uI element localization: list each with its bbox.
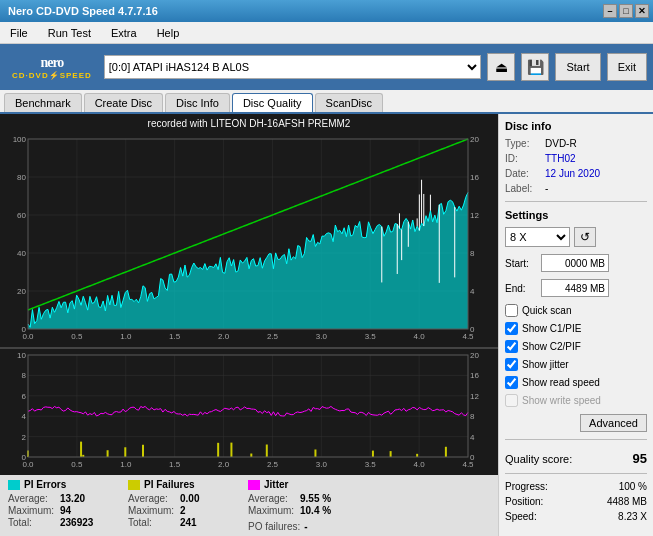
show-c2-checkbox[interactable] (505, 340, 518, 353)
app-title: Nero CD-DVD Speed 4.7.7.16 (8, 5, 158, 17)
show-c2-row: Show C2/PIF (505, 340, 647, 353)
pi-errors-color-box (8, 480, 20, 490)
speed-val: 8.23 X (618, 511, 647, 522)
menu-extra[interactable]: Extra (105, 25, 143, 41)
pi-failures-total-val: 241 (180, 517, 197, 528)
disc-id-key: ID: (505, 153, 541, 164)
window-controls: – □ ✕ (603, 4, 649, 18)
disc-label-key: Label: (505, 183, 541, 194)
quality-score-value: 95 (633, 451, 647, 466)
pi-failures-stats: PI Failures Average: 0.00 Maximum: 2 Tot… (128, 479, 228, 532)
pi-failures-max-val: 2 (180, 505, 186, 516)
menu-run-test[interactable]: Run Test (42, 25, 97, 41)
show-write-speed-checkbox (505, 394, 518, 407)
pi-errors-avg-key: Average: (8, 493, 56, 504)
quick-scan-label: Quick scan (522, 305, 571, 316)
menu-help[interactable]: Help (151, 25, 186, 41)
exit-button[interactable]: Exit (607, 53, 647, 81)
tab-scan-disc[interactable]: ScanDisc (315, 93, 383, 112)
show-read-speed-checkbox[interactable] (505, 376, 518, 389)
show-c1-label: Show C1/PIE (522, 323, 581, 334)
disc-type-row: Type: DVD-R (505, 138, 647, 149)
eject-icon-btn[interactable]: ⏏ (487, 53, 515, 81)
pi-errors-avg-val: 13.20 (60, 493, 85, 504)
progress-row: Progress: 100 % (505, 481, 647, 492)
advanced-button[interactable]: Advanced (580, 414, 647, 432)
tab-disc-info[interactable]: Disc Info (165, 93, 230, 112)
speed-key: Speed: (505, 511, 537, 522)
quick-scan-row: Quick scan (505, 304, 647, 317)
show-write-speed-label: Show write speed (522, 395, 601, 406)
pi-failures-color-box (128, 480, 140, 490)
toolbar: nero CD·DVD⚡SPEED [0:0] ATAPI iHAS124 B … (0, 44, 653, 90)
pi-errors-label: PI Errors (24, 479, 66, 490)
end-input[interactable] (541, 279, 609, 297)
show-jitter-label: Show jitter (522, 359, 569, 370)
pi-errors-max-val: 94 (60, 505, 71, 516)
quality-score-row: Quality score: 95 (505, 451, 647, 466)
logo-text: nero (40, 55, 63, 71)
end-label: End: (505, 283, 537, 294)
show-c1-row: Show C1/PIE (505, 322, 647, 335)
end-row: End: (505, 279, 647, 297)
disc-label-row: Label: - (505, 183, 647, 194)
position-row: Position: 4488 MB (505, 496, 647, 507)
show-read-speed-label: Show read speed (522, 377, 600, 388)
pi-errors-total-key: Total: (8, 517, 56, 528)
progress-key: Progress: (505, 481, 548, 492)
tab-benchmark[interactable]: Benchmark (4, 93, 82, 112)
jitter-max-val: 10.4 % (300, 505, 331, 516)
bottom-chart (0, 349, 498, 475)
refresh-icon-btn[interactable]: ↺ (574, 227, 596, 247)
show-jitter-checkbox[interactable] (505, 358, 518, 371)
minimize-button[interactable]: – (603, 4, 617, 18)
save-icon-btn[interactable]: 💾 (521, 53, 549, 81)
show-c1-checkbox[interactable] (505, 322, 518, 335)
close-button[interactable]: ✕ (635, 4, 649, 18)
disc-info-title: Disc info (505, 120, 647, 132)
top-chart (0, 133, 498, 347)
disc-id-row: ID: TTH02 (505, 153, 647, 164)
progress-val: 100 % (619, 481, 647, 492)
speed-selector[interactable]: 8 X Max 4 X 12 X (505, 227, 570, 247)
start-button[interactable]: Start (555, 53, 600, 81)
start-row: Start: (505, 254, 647, 272)
pi-errors-stats: PI Errors Average: 13.20 Maximum: 94 Tot… (8, 479, 108, 532)
show-write-speed-row: Show write speed (505, 394, 647, 407)
charts-container: recorded with LITEON DH-16AFSH PREMM2 PI… (0, 114, 498, 536)
disc-date-row: Date: 12 Jun 2020 (505, 168, 647, 179)
pi-failures-avg-val: 0.00 (180, 493, 199, 504)
position-key: Position: (505, 496, 543, 507)
position-val: 4488 MB (607, 496, 647, 507)
pi-failures-avg-key: Average: (128, 493, 176, 504)
jitter-color-box (248, 480, 260, 490)
disc-type-val: DVD-R (545, 138, 577, 149)
speed-row: 8 X Max 4 X 12 X ↺ (505, 227, 647, 247)
jitter-avg-key: Average: (248, 493, 296, 504)
divider-1 (505, 201, 647, 202)
tab-create-disc[interactable]: Create Disc (84, 93, 163, 112)
menu-file[interactable]: File (4, 25, 34, 41)
start-input[interactable] (541, 254, 609, 272)
show-read-speed-row: Show read speed (505, 376, 647, 389)
jitter-avg-val: 9.55 % (300, 493, 331, 504)
speed-row-stat: Speed: 8.23 X (505, 511, 647, 522)
logo: nero CD·DVD⚡SPEED (6, 53, 98, 82)
stats-area: PI Errors Average: 13.20 Maximum: 94 Tot… (0, 475, 498, 536)
po-failures-key: PO failures: (248, 521, 300, 532)
pi-errors-max-key: Maximum: (8, 505, 56, 516)
chart-title: recorded with LITEON DH-16AFSH PREMM2 (4, 116, 494, 131)
po-failures-val: - (304, 521, 307, 532)
pi-failures-label: PI Failures (144, 479, 195, 490)
title-bar: Nero CD-DVD Speed 4.7.7.16 – □ ✕ (0, 0, 653, 22)
drive-selector[interactable]: [0:0] ATAPI iHAS124 B AL0S (104, 55, 482, 79)
maximize-button[interactable]: □ (619, 4, 633, 18)
quick-scan-checkbox[interactable] (505, 304, 518, 317)
tab-disc-quality[interactable]: Disc Quality (232, 93, 313, 112)
settings-title: Settings (505, 209, 647, 221)
disc-type-key: Type: (505, 138, 541, 149)
jitter-label: Jitter (264, 479, 288, 490)
show-jitter-row: Show jitter (505, 358, 647, 371)
jitter-stats: Jitter Average: 9.55 % Maximum: 10.4 % P… (248, 479, 348, 532)
logo-subtitle: CD·DVD⚡SPEED (12, 71, 92, 80)
